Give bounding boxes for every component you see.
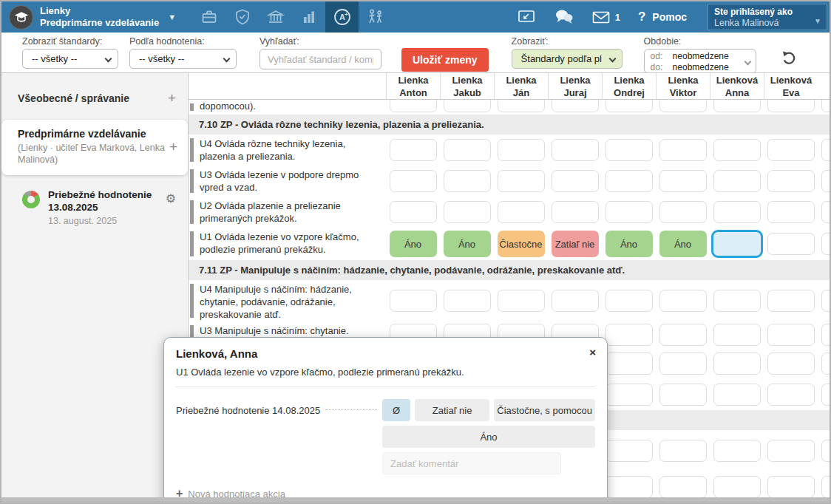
assessment-cell[interactable] xyxy=(390,201,437,223)
assessment-cell[interactable] xyxy=(767,100,815,112)
assessment-cell[interactable] xyxy=(444,170,491,192)
student-column-header[interactable]: LienkaOndrej xyxy=(602,73,656,99)
assessment-cell[interactable] xyxy=(606,201,653,223)
monitor-arrow-icon[interactable] xyxy=(517,9,536,25)
assessment-cell[interactable] xyxy=(606,353,653,375)
assessment-cell[interactable] xyxy=(498,100,545,112)
student-column-header[interactable]: LienkaJakub xyxy=(440,73,494,99)
rating-not-yet-button[interactable]: Zatiaľ nie xyxy=(415,399,489,421)
assessment-cell[interactable] xyxy=(498,170,545,192)
assessment-cell[interactable] xyxy=(606,440,653,462)
assessment-cell[interactable] xyxy=(767,233,815,255)
show-standards-select[interactable]: -- všetky -- xyxy=(22,49,118,69)
assessment-cell[interactable] xyxy=(390,290,437,312)
by-rating-select[interactable]: -- všetky -- xyxy=(129,49,237,69)
sidebar-item-assessment[interactable]: Priebežné hodnotenie 13.08.2025 13. augu… xyxy=(1,180,188,226)
app-logo[interactable] xyxy=(9,5,33,30)
assessment-cell[interactable] xyxy=(444,201,491,223)
period-select[interactable]: od:neobmedzene do:neobmedzene xyxy=(644,49,756,74)
assessment-cell[interactable] xyxy=(767,201,815,223)
tab-grades-active[interactable]: A+ xyxy=(325,1,359,33)
assessment-cell[interactable] xyxy=(552,139,599,161)
assessment-cell[interactable] xyxy=(552,201,599,223)
assessment-cell[interactable] xyxy=(821,290,830,312)
tab-institution[interactable] xyxy=(259,1,292,33)
messages-button[interactable]: 1 xyxy=(592,11,620,24)
assessment-cell[interactable] xyxy=(767,170,815,192)
assessment-cell-selected[interactable] xyxy=(711,230,763,258)
help-button[interactable]: ? Pomoc xyxy=(638,10,687,24)
assessment-cell[interactable] xyxy=(821,100,830,112)
sidebar-item-general[interactable]: Všeobecné / správanie + xyxy=(1,84,188,112)
assessment-cell[interactable] xyxy=(498,201,545,223)
assessment-cell[interactable] xyxy=(659,353,707,375)
assessment-cell[interactable] xyxy=(821,384,830,406)
plus-icon[interactable]: + xyxy=(169,140,177,154)
assessment-cell[interactable] xyxy=(552,170,599,192)
undo-button[interactable] xyxy=(781,50,797,66)
tab-briefcase[interactable] xyxy=(192,1,225,33)
assessment-cell[interactable]: Áno xyxy=(444,231,491,257)
assessment-cell[interactable] xyxy=(767,324,815,346)
assessment-cell[interactable] xyxy=(713,201,761,223)
tab-attendance[interactable] xyxy=(359,1,392,33)
student-column-header[interactable]: LienkováEva xyxy=(764,73,818,99)
assessment-cell[interactable] xyxy=(498,290,545,312)
close-icon[interactable]: × xyxy=(589,346,596,358)
assessment-cell[interactable] xyxy=(713,139,761,161)
student-column-header[interactable]: LienkováAnna xyxy=(710,73,764,99)
assessment-cell[interactable] xyxy=(606,476,653,498)
assessment-cell[interactable]: Áno xyxy=(390,231,437,257)
assessment-cell[interactable] xyxy=(552,100,599,112)
student-column-header[interactable]: LienkaAnton xyxy=(386,73,440,99)
assessment-cell[interactable] xyxy=(713,290,761,312)
chat-bubbles-icon[interactable] xyxy=(554,8,574,26)
student-column-header[interactable]: LienkaViktor xyxy=(656,73,710,99)
assessment-cell[interactable] xyxy=(606,139,653,161)
logged-in-user-menu[interactable]: Ste prihlásený ako Lenka Malinová ▼ xyxy=(708,4,827,30)
assessment-cell[interactable] xyxy=(444,290,491,312)
assessment-cell[interactable] xyxy=(606,100,653,112)
student-column-header[interactable]: LienkaJuraj xyxy=(548,73,602,99)
assessment-cell[interactable] xyxy=(821,170,830,192)
assessment-cell[interactable] xyxy=(659,201,707,223)
save-changes-button[interactable]: Uložiť zmeny xyxy=(401,48,489,72)
comment-input[interactable]: Zadať komentár xyxy=(382,452,561,474)
assessment-cell[interactable] xyxy=(606,290,653,312)
assessment-cell[interactable] xyxy=(498,139,545,161)
assessment-cell[interactable] xyxy=(767,290,815,312)
assessment-cell[interactable] xyxy=(767,476,815,498)
assessment-cell[interactable] xyxy=(444,139,491,161)
assessment-cell[interactable]: Zatiaľ nie xyxy=(552,231,599,257)
assessment-cell[interactable] xyxy=(821,201,830,223)
horizontal-scrollbar[interactable] xyxy=(1,497,830,503)
assessment-cell[interactable] xyxy=(713,324,761,346)
assessment-cell[interactable] xyxy=(606,324,653,346)
rating-yes-button[interactable]: Áno xyxy=(382,426,595,448)
assessment-cell[interactable] xyxy=(821,233,830,255)
assessment-cell[interactable]: Čiastočne xyxy=(498,231,545,257)
assessment-cell[interactable] xyxy=(713,476,761,498)
assessment-cell[interactable] xyxy=(713,100,761,112)
tab-agenda[interactable] xyxy=(225,1,259,33)
assessment-cell[interactable] xyxy=(659,170,707,192)
assessment-cell[interactable]: Áno xyxy=(606,231,653,257)
assessment-cell[interactable] xyxy=(767,384,815,406)
assessment-cell[interactable] xyxy=(659,440,707,462)
assessment-cell[interactable] xyxy=(659,139,707,161)
assessment-cell[interactable] xyxy=(659,476,707,498)
assessment-cell[interactable] xyxy=(821,324,830,346)
assessment-cell[interactable] xyxy=(821,440,830,462)
assessment-cell[interactable] xyxy=(713,353,761,375)
assessment-cell[interactable] xyxy=(821,476,830,498)
student-column-header[interactable]: LienkaJán xyxy=(494,73,548,99)
assessment-cell[interactable] xyxy=(606,170,653,192)
assessment-cell[interactable] xyxy=(390,170,437,192)
assessment-cell[interactable] xyxy=(444,100,491,112)
assessment-cell[interactable] xyxy=(390,139,437,161)
class-course-switcher[interactable]: Lienky Predprimárne vzdelávanie xyxy=(40,5,159,30)
assessment-cell[interactable] xyxy=(767,353,815,375)
rating-none-button[interactable]: Ø xyxy=(382,399,410,421)
view-select[interactable]: Štandardy podľa pl xyxy=(512,49,623,69)
assessment-cell[interactable] xyxy=(767,139,815,161)
